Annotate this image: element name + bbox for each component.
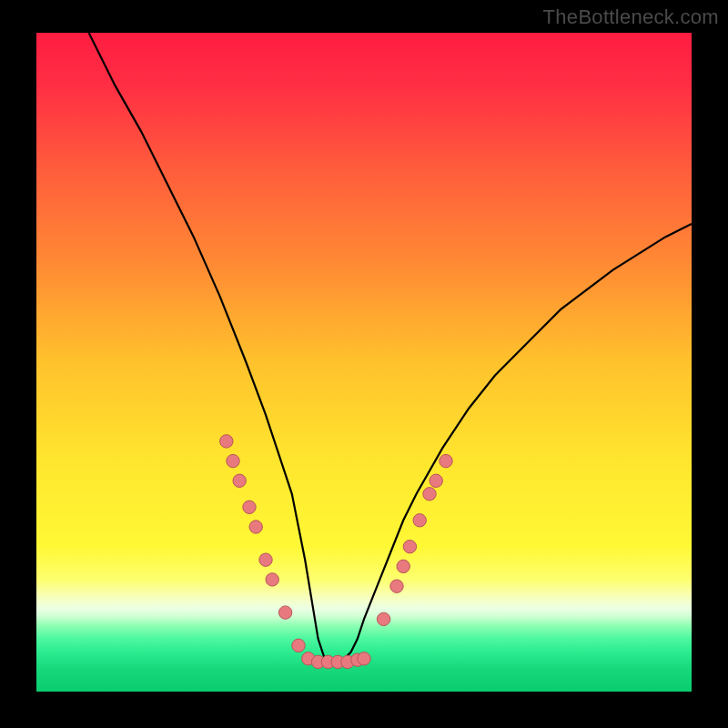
plot-svg [36,33,692,692]
sample-dot [259,553,272,566]
sample-dot [233,474,246,487]
sample-dot [358,652,370,665]
gradient-background [36,33,692,692]
plot-frame [36,33,692,692]
sample-dot [403,541,416,553]
sample-dot [278,606,291,619]
sample-dot [390,580,403,592]
sample-dot [266,573,278,586]
sample-dot [423,488,436,500]
sample-dot [249,521,262,533]
sample-dot [377,612,389,625]
sample-dot [220,435,233,448]
sample-dot [292,639,305,652]
sample-dot [397,560,410,572]
sample-dot [430,474,442,487]
chart-container: TheBottleneck.com [0,0,728,728]
watermark-text: TheBottleneck.com [543,5,719,29]
sample-dot [440,454,452,467]
sample-dot [413,514,426,527]
sample-dot [227,454,239,467]
sample-dot [243,500,256,513]
